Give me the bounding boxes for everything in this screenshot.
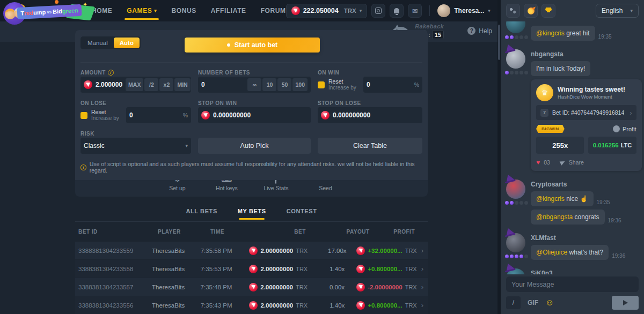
nav-item-games[interactable]: GAMES▾ — [127, 0, 157, 21]
table-row[interactable]: 3388381304233556TheresaBits7:35:43 PM2.0… — [75, 296, 428, 314]
chat-username[interactable]: SiK0n3 — [531, 21, 639, 23]
stop-on-win-value: 0.000000000 — [213, 111, 308, 119]
bets-50-button[interactable]: 50 — [277, 78, 291, 91]
nav-item-affiliate[interactable]: AFFILIATE — [211, 0, 246, 21]
on-lose-percent-input[interactable]: 0 % — [126, 107, 191, 123]
help-button[interactable]: ? Help — [467, 27, 492, 35]
auto-pick-button[interactable]: Auto Pick — [198, 138, 311, 154]
on-win-reset-checkbox[interactable] — [318, 81, 325, 88]
mention-link[interactable]: @kingcris — [536, 195, 565, 203]
cell-player: TheresaBits — [152, 248, 201, 254]
tab-my-bets[interactable]: MY BETS — [237, 205, 267, 221]
auto-mode-tab[interactable]: Auto — [114, 38, 140, 48]
chat-username[interactable]: XLMfast — [531, 234, 639, 242]
chat-room-drops-button[interactable] — [506, 4, 520, 18]
bet-currency: TRX — [296, 302, 308, 309]
balance-selector[interactable]: 222.050004 TRX ▾ — [286, 4, 368, 18]
send-message-button[interactable] — [612, 296, 639, 310]
profit-currency: TRX — [405, 302, 417, 309]
messages-button[interactable]: ✉ — [408, 4, 422, 18]
user-avatar[interactable] — [506, 268, 525, 274]
max-button[interactable]: MAX — [126, 78, 143, 91]
banner-text-red: red — [24, 10, 34, 17]
script-notice: i Use of script is optional and as such … — [80, 161, 422, 174]
stop-on-win-input[interactable]: 0.000000000 — [198, 107, 311, 123]
reset-option[interactable]: Reset — [91, 109, 122, 116]
bet-id-row[interactable]: 7Bet ID: #4076447949916814› — [536, 105, 636, 120]
share-icon[interactable] — [559, 159, 566, 165]
chat-language-select[interactable]: English ▾ — [596, 4, 639, 18]
promo-banner[interactable]: TredumpvsBidgreen ✦ — [3, 1, 100, 27]
dice-icon: 7 — [540, 109, 548, 117]
user-avatar[interactable] — [506, 49, 525, 69]
min-button[interactable]: MIN — [174, 78, 190, 91]
username: Theresa... — [454, 7, 484, 14]
badge-dot-filled — [510, 255, 514, 258]
user-avatar[interactable] — [506, 233, 525, 252]
mail-icon: ✉ — [412, 8, 418, 14]
bet-amount: 2.00000000 — [260, 284, 293, 290]
bets-10-button[interactable]: 10 — [262, 78, 276, 91]
chat-username[interactable]: Cryptosarts — [531, 181, 639, 188]
table-row[interactable]: 3388381304233559TheresaBits7:35:58 PM2.0… — [75, 241, 428, 259]
tab-all-bets[interactable]: ALL BETS — [185, 205, 218, 221]
mention-link[interactable]: @Oliejuice — [536, 249, 567, 256]
on-lose-reset-checkbox[interactable] — [80, 112, 87, 119]
table-row[interactable]: 3388381304233558TheresaBits7:35:53 PM2.0… — [75, 259, 428, 278]
chat-username[interactable]: nbgangsta — [531, 50, 639, 58]
chat-message-group: SiK0n3@nbgangsta great19:36 — [506, 268, 639, 274]
chat-message-content: XLMfast@Oliejuice what's that?19:36 — [531, 233, 639, 260]
win-share-card[interactable]: ♛Winning tastes sweet!HashDice Wow Momen… — [531, 79, 642, 171]
half-button[interactable]: /2 — [144, 78, 158, 91]
vault-button[interactable] — [371, 4, 385, 18]
nav-item-bonus[interactable]: BONUS — [171, 0, 196, 21]
share-button[interactable]: Share — [569, 159, 584, 166]
drops-icon — [509, 7, 517, 14]
user-avatar[interactable] — [506, 21, 525, 33]
emoji-button[interactable]: ☺ — [545, 298, 554, 308]
manual-mode-tab[interactable]: Manual — [82, 38, 114, 48]
mention-link[interactable]: @kingcris — [536, 29, 565, 37]
increase-by-option[interactable]: Increase by — [328, 85, 360, 91]
number-of-bets-input[interactable]: 0 ∞ 10 50 100 — [198, 77, 311, 93]
wizard-hat-icon — [505, 262, 515, 271]
risk-value: Classic — [84, 142, 182, 149]
increase-by-option[interactable]: Increase by — [91, 115, 122, 122]
clear-table-button[interactable]: Clear Table — [318, 138, 422, 154]
gif-button[interactable]: GIF — [528, 299, 538, 306]
risk-select[interactable]: Classic ▾ — [80, 138, 191, 154]
mention-link[interactable]: @nbgangsta — [536, 213, 573, 221]
scrollbar-thumb[interactable] — [498, 25, 500, 60]
on-win-percent-input[interactable]: 0 % — [363, 77, 422, 93]
chat-message-row: @nbgangsta congrats19:36 — [531, 210, 639, 225]
chat-room-fire-button[interactable] — [524, 4, 538, 18]
chat-avatar-column — [506, 180, 526, 225]
trophy-icon — [545, 8, 552, 14]
bets-100-button[interactable]: 100 — [292, 78, 308, 91]
slash-commands-button[interactable]: / — [506, 296, 521, 309]
chat-username[interactable]: SiK0n3 — [531, 270, 639, 274]
chat-message-input[interactable] — [506, 276, 639, 292]
amount-input[interactable]: 2.000000 MAX /2 x2 MIN — [80, 77, 191, 93]
table-row[interactable]: 3388381304233557TheresaBits7:35:48 PM2.0… — [75, 278, 428, 296]
double-button[interactable]: x2 — [159, 78, 173, 91]
bigwin-ribbon: BIGWIN — [536, 125, 565, 133]
message-time: 19:36 — [612, 253, 625, 260]
reset-option[interactable]: Reset — [328, 78, 360, 85]
cell-time: 7:35:43 PM — [201, 302, 250, 309]
info-icon: i — [108, 70, 114, 76]
chat-room-contest-button[interactable] — [541, 4, 555, 18]
notifications-button[interactable] — [390, 4, 404, 18]
trx-coin-icon — [249, 246, 258, 255]
topbar-right: 222.050004 TRX ▾ ✉ Theresa... ▾ — [286, 4, 497, 18]
nav-item-forum[interactable]: FORUM — [261, 0, 286, 21]
user-avatar[interactable] — [506, 180, 525, 199]
stop-on-lose-input[interactable]: 0.000000000 — [318, 107, 422, 123]
infinity-button[interactable]: ∞ — [247, 78, 261, 91]
tab-contest[interactable]: CONTEST — [286, 205, 318, 221]
chat-sidebar: English ▾ SiK0n3@kingcris great hit19:35… — [501, 0, 644, 314]
chevron-down-icon: ▾ — [630, 8, 633, 13]
like-button[interactable]: ♥ — [536, 159, 540, 166]
user-menu[interactable]: Theresa... ▾ — [437, 4, 491, 17]
start-auto-bet-button[interactable]: Start auto bet — [185, 38, 320, 53]
